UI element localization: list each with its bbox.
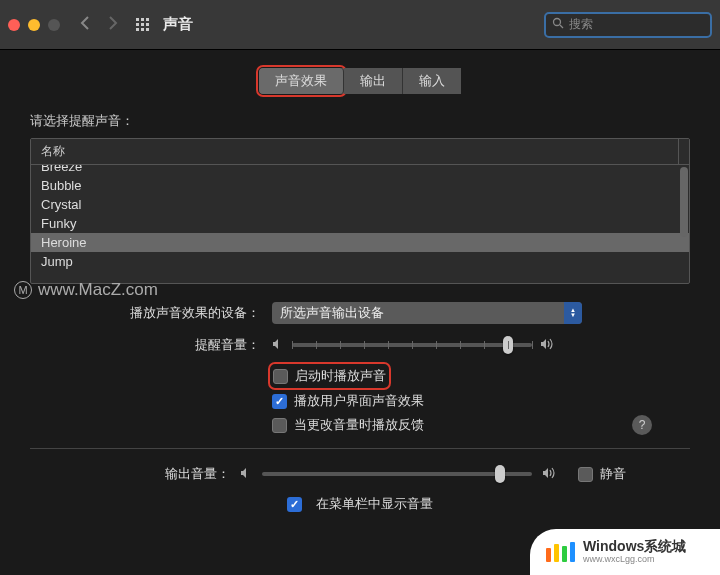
traffic-lights [8,19,60,31]
nav-buttons [80,15,118,34]
svg-line-1 [560,25,563,28]
alert-sound-list: 名称 BreezeBubbleCrystalFunkyHeroineJump [30,138,690,284]
tabs-segmented-control: 声音效果输出输入 [30,68,690,94]
device-dropdown[interactable]: 所选声音输出设备 ▲▼ [272,302,582,324]
menubar-volume-checkbox[interactable]: ✓ [287,497,302,512]
ui-effects-label: 播放用户界面声音效果 [294,392,424,410]
zoom-window-button[interactable] [48,19,60,31]
mute-label: 静音 [600,465,626,483]
volume-high-icon [540,338,556,353]
window-title: 声音 [163,15,193,34]
list-item[interactable]: Heroine [31,233,689,252]
startup-sound-label: 启动时播放声音 [295,367,386,385]
startup-sound-highlight: 启动时播放声音 [272,366,387,386]
svg-point-0 [554,19,561,26]
back-button[interactable] [80,15,90,34]
alert-sound-prompt: 请选择提醒声音： [30,112,690,130]
tab-0[interactable]: 声音效果 [259,68,344,94]
search-icon [552,17,564,32]
site-badge: Windows系统城 www.wxcLgg.com [530,529,720,575]
device-value: 所选声音输出设备 [280,304,384,322]
list-item[interactable]: Jump [31,252,689,271]
search-placeholder: 搜索 [569,16,593,33]
close-window-button[interactable] [8,19,20,31]
output-volume-slider[interactable] [262,472,532,476]
volume-high-icon [542,467,558,482]
minimize-window-button[interactable] [28,19,40,31]
list-item[interactable]: Bubble [31,176,689,195]
scrollbar-thumb[interactable] [680,167,688,237]
volume-low-icon [272,338,284,353]
output-volume-label: 输出音量： [30,465,230,483]
scrollbar[interactable] [678,165,688,283]
alert-volume-label: 提醒音量： [30,336,260,354]
help-button[interactable]: ? [632,415,652,435]
list-item[interactable]: Breeze [31,165,689,176]
mute-checkbox[interactable] [578,467,593,482]
ui-effects-checkbox[interactable]: ✓ [272,394,287,409]
tab-1[interactable]: 输出 [344,68,403,94]
alert-volume-slider[interactable] [292,343,532,347]
startup-sound-checkbox[interactable] [273,369,288,384]
list-header-name[interactable]: 名称 [31,139,689,165]
forward-button[interactable] [108,15,118,34]
list-item[interactable]: Crystal [31,195,689,214]
divider [30,448,690,449]
device-label: 播放声音效果的设备： [30,304,260,322]
search-input[interactable]: 搜索 [544,12,712,38]
menubar-volume-label: 在菜单栏中显示音量 [316,495,433,513]
tab-2[interactable]: 输入 [403,68,461,94]
volume-low-icon [240,467,252,482]
slider-thumb[interactable] [495,465,505,483]
titlebar: 声音 搜索 [0,0,720,50]
feedback-checkbox[interactable] [272,418,287,433]
dropdown-arrows-icon: ▲▼ [564,302,582,324]
list-item[interactable]: Funky [31,214,689,233]
show-all-icon[interactable] [136,18,149,31]
feedback-label: 当更改音量时播放反馈 [294,416,424,434]
